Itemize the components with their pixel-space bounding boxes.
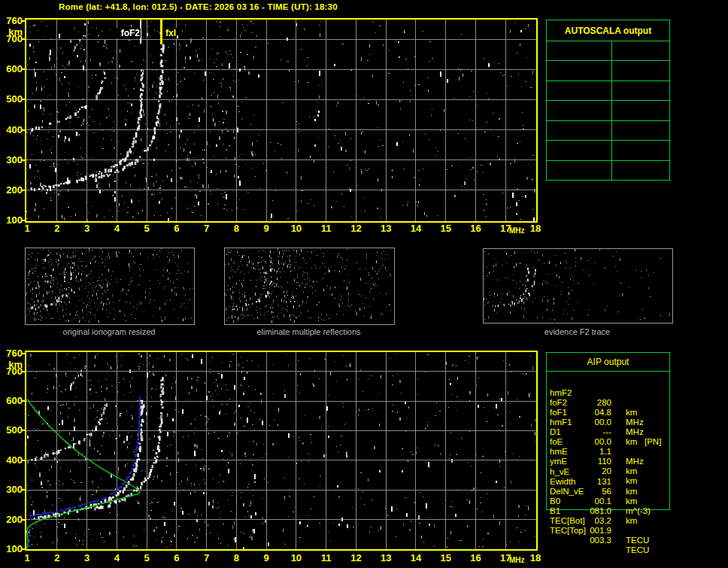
table-row: foF2 4.8 MHz: [547, 41, 669, 60]
x-axis-unit: MHz: [509, 226, 525, 235]
y-tick-label: 100: [0, 544, 23, 554]
table-row: h_vE 131 km: [546, 457, 681, 467]
thumbnail-evidence-f2-trace: [483, 248, 673, 323]
axis-tick: [22, 548, 25, 550]
param-value: 3.21: [611, 81, 669, 100]
x-tick-label: 10: [287, 223, 305, 234]
x-tick-label: 12: [347, 223, 365, 234]
table-row: D1 00.0: [546, 418, 681, 427]
axis-tick: [22, 220, 25, 221]
table-row: hmF2 280 km: [546, 378, 681, 388]
table-row: fxI 5.5 MHz: [547, 100, 669, 120]
axis-tick: [22, 519, 25, 521]
axis-tick: [22, 430, 25, 431]
thumbnail-caption: evidence F2 trace: [483, 327, 672, 336]
y-tick-label: 400: [0, 125, 23, 135]
thumbnail-canvas: [484, 249, 671, 321]
param-value: 4.8 MHz: [611, 41, 669, 60]
param-value: NO: [611, 141, 679, 159]
x-tick-label: 7: [198, 223, 216, 234]
x-tick-label: 16: [466, 223, 484, 234]
axis-tick: [22, 353, 25, 354]
axis-tick: [22, 460, 25, 461]
thumbnail-caption: original ionogram resized: [25, 327, 193, 336]
param-label: fxI: [547, 105, 563, 116]
y-axis-unit: km: [0, 26, 23, 38]
table-row: DelN_vE 00.1 m^(-3): [546, 477, 681, 487]
y-tick-label: 200: [0, 515, 23, 525]
table-row: TEC[Bot] 001.9 TECU: [546, 506, 681, 516]
x-tick-label: 2: [48, 553, 66, 563]
thumbnail-canvas: [225, 248, 393, 323]
x-tick-label: 10: [287, 553, 305, 563]
x-tick-label: 3: [78, 553, 96, 563]
param-value: NO: [611, 121, 679, 140]
param-label: MUF(3000)F2: [547, 65, 608, 76]
x-tick-label: 5: [138, 553, 156, 563]
y-axis-unit: km: [0, 359, 23, 370]
table-row: hmF1 --- km: [546, 408, 681, 418]
bottom-ionogram-canvas: [25, 351, 538, 551]
table-row: B0 081.0 km: [546, 487, 681, 497]
x-tick-label: 16: [466, 553, 484, 563]
y-tick-label: 600: [0, 64, 23, 74]
y-tick-label: 500: [0, 94, 23, 105]
param-value: 003.3: [569, 536, 611, 545]
axis-tick: [22, 159, 25, 161]
table-row: hmE 110 km: [546, 437, 681, 447]
param-value: NO: [611, 161, 679, 180]
param-label: TEC[Top]: [550, 526, 586, 536]
y-tick-label: 600: [0, 396, 23, 406]
axis-tick: [22, 400, 25, 402]
x-tick-label: 13: [377, 553, 395, 563]
x-tick-label: 2: [48, 223, 66, 234]
table-row: foF1 NO: [547, 120, 669, 140]
x-tick-label: 18: [526, 553, 544, 563]
axis-tick: [22, 489, 25, 491]
axis-tick: [22, 99, 25, 100]
param-label: foF1: [547, 125, 571, 135]
y-tick-label: 200: [0, 185, 23, 196]
param-value: 5.5 MHz: [611, 101, 669, 120]
table-row: h'Es NO: [547, 160, 669, 180]
y-tick-label: 300: [0, 155, 23, 166]
x-tick-label: 3: [78, 223, 96, 234]
axis-tick: [22, 68, 25, 70]
table-row: foF2 04.8 MHz: [546, 388, 681, 398]
table-row: ymE 20 km: [546, 447, 681, 457]
x-tick-label: 9: [257, 553, 275, 563]
table-row: B1 03.2: [546, 497, 681, 506]
page-title: Rome (lat: +41.8, lon: 012.5) - DATE: 20…: [59, 2, 338, 11]
x-tick-label: 15: [437, 223, 455, 234]
axis-tick: [22, 38, 25, 40]
y-tick-label: 100: [0, 215, 23, 226]
param-value: 15.4 MHz: [611, 61, 669, 80]
autoscala-output-table: AUTOSCALA output foF2 4.8 MHz MUF(3000)F…: [546, 20, 670, 181]
y-tick-label: 300: [0, 484, 23, 495]
thumbnail-original-ionogram: [25, 248, 195, 325]
y-tick-label: 400: [0, 455, 23, 466]
table-row: foF1 00.0 MHz [PN]: [546, 398, 681, 408]
table-row: foE 1.1 MHz: [546, 427, 681, 437]
fxi-marker-label: fxI: [165, 28, 177, 38]
x-tick-label: 15: [437, 553, 455, 563]
param-label: ftEs: [547, 145, 569, 156]
param-unit: TECU: [626, 536, 649, 545]
x-tick-label: 6: [168, 553, 186, 563]
aip-table-header: AIP output: [547, 353, 669, 372]
x-tick-label: 18: [526, 223, 544, 234]
x-tick-label: 6: [168, 223, 186, 234]
axis-tick: [22, 20, 25, 22]
x-tick-label: 5: [138, 223, 156, 234]
table-row: ftEs NO: [547, 140, 669, 159]
y-tick-label: 760: [0, 348, 23, 359]
x-tick-label: 12: [347, 553, 365, 563]
param-unit: TECU: [626, 545, 649, 555]
param-label: foF2: [547, 46, 571, 56]
table-row: MUF(3000)F2 15.4 MHz: [547, 60, 669, 80]
thumbnail-caption: eliminate multiple reflections: [224, 327, 393, 336]
x-tick-label: 7: [198, 553, 216, 563]
axis-tick: [22, 129, 25, 131]
param-label: h'Es: [547, 165, 571, 175]
table-row: TEC[Top] 003.3 TECU: [546, 516, 681, 526]
